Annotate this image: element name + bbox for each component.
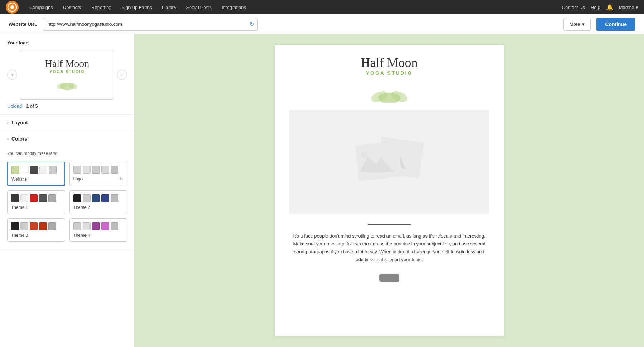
swatch-1 — [11, 194, 19, 202]
logo-section: Your logo ‹ Half Moon YOGA STUDIO — [0, 34, 134, 115]
swatch-1 — [73, 222, 81, 230]
nav-campaigns[interactable]: Campaigns — [24, 0, 58, 14]
refresh-icon[interactable]: ↻ — [249, 21, 254, 28]
swatch-2 — [20, 222, 28, 230]
nav-contacts[interactable]: Contacts — [58, 0, 86, 14]
email-preview: Half Moon YOGA STUDIO — [275, 45, 504, 336]
swatch-4 — [101, 222, 109, 230]
nav-user-name: Marsha — [619, 5, 634, 10]
theme-logo-refresh-icon[interactable]: ↻ — [119, 176, 123, 181]
url-label: Website URL — [9, 21, 37, 27]
carousel-prev-button[interactable]: ‹ — [7, 70, 17, 80]
colors-section: › Colors You can modify these later. — [0, 131, 134, 249]
url-input-wrap: ↻ — [43, 18, 258, 31]
theme-2-card[interactable]: Theme 2 — [69, 190, 127, 214]
nav-help[interactable]: Help — [591, 5, 600, 10]
layout-section: › Layout — [0, 115, 134, 131]
more-button-label: More — [570, 21, 580, 27]
swatch-1 — [73, 166, 81, 174]
logo-lotus-icon — [57, 76, 78, 91]
theme-1-label: Theme 1 — [11, 205, 61, 210]
layout-accordion-header[interactable]: › Layout — [0, 115, 134, 131]
swatch-3 — [30, 222, 38, 230]
swatch-1 — [11, 166, 19, 174]
chevron-down-icon: ▾ — [636, 5, 638, 10]
main-layout: Your logo ‹ Half Moon YOGA STUDIO — [0, 34, 644, 347]
colors-content: You can modify these later. Website — [0, 147, 134, 249]
carousel-next-button[interactable]: › — [117, 70, 127, 80]
theme-website-card[interactable]: Website — [7, 162, 65, 186]
logo-image: Half Moon YOGA STUDIO — [20, 50, 114, 99]
swatch-4 — [101, 194, 109, 202]
swatch-1 — [73, 194, 81, 202]
theme-1-swatches — [11, 194, 61, 202]
swatch-5 — [111, 222, 118, 230]
swatch-1 — [11, 222, 19, 230]
nav-social-posts[interactable]: Social Posts — [181, 0, 217, 14]
theme-4-label: Theme 4 — [73, 233, 123, 238]
app-logo[interactable] — [6, 1, 19, 14]
nav-user[interactable]: Marsha ▾ — [619, 5, 638, 10]
nav-contact-us[interactable]: Contact Us — [562, 5, 585, 10]
nav-integrations[interactable]: Integrations — [217, 0, 251, 14]
theme-2-label: Theme 2 — [73, 205, 123, 210]
swatch-5 — [111, 194, 118, 202]
theme-logo-label: Logo ↻ — [73, 176, 123, 181]
theme-website-swatches — [11, 166, 61, 174]
chevron-down-icon: ▾ — [582, 21, 585, 27]
nav-right: Contact Us Help 🔔 Marsha ▾ — [562, 4, 638, 11]
upload-link[interactable]: Upload — [7, 103, 22, 109]
continue-button[interactable]: Continue — [596, 18, 635, 31]
theme-3-label: Theme 3 — [11, 233, 61, 238]
bell-icon[interactable]: 🔔 — [606, 4, 613, 11]
logo-yoga-text: YOGA STUDIO — [49, 69, 85, 74]
url-bar: Website URL ↻ More ▾ Continue — [0, 14, 644, 34]
email-logo-yoga: YOGA STUDIO — [289, 70, 489, 76]
logo-section-title: Your logo — [7, 40, 127, 45]
swatch-4 — [101, 166, 109, 174]
theme-3-card[interactable]: Theme 3 — [7, 218, 65, 242]
email-body-text: It's a fact: people don't mind scrolling… — [275, 232, 504, 274]
swatch-3 — [92, 166, 100, 174]
nav-links: Campaigns Contacts Reporting Sign-up For… — [24, 0, 562, 14]
swatch-2 — [83, 166, 91, 174]
left-panel: Your logo ‹ Half Moon YOGA STUDIO — [0, 34, 135, 347]
more-button[interactable]: More ▾ — [564, 18, 591, 31]
email-cta — [275, 274, 504, 292]
theme-logo-card[interactable]: Logo ↻ — [69, 162, 127, 186]
swatch-5 — [48, 194, 56, 202]
nav-signup-forms[interactable]: Sign-up Forms — [116, 0, 157, 14]
theme-1-card[interactable]: Theme 1 — [7, 190, 65, 214]
logo-preview: Half Moon YOGA STUDIO — [20, 50, 114, 100]
nav-reporting[interactable]: Reporting — [86, 0, 116, 14]
email-cta-button[interactable] — [379, 274, 399, 282]
colors-subtitle: You can modify these later. — [7, 151, 127, 156]
swatch-4 — [39, 222, 47, 230]
email-image-placeholder — [289, 110, 489, 214]
logo-carousel: ‹ Half Moon YOGA STUDIO — [7, 50, 127, 100]
swatch-2 — [20, 194, 28, 202]
theme-2-swatches — [73, 194, 123, 202]
swatch-5 — [48, 222, 56, 230]
layout-expand-icon: › — [7, 120, 9, 125]
logo-actions: Upload 1 of 5 — [7, 103, 127, 109]
swatch-2 — [83, 222, 91, 230]
theme-logo-swatches — [73, 166, 123, 174]
email-lotus-icon — [289, 79, 489, 103]
theme-4-card[interactable]: Theme 4 — [69, 218, 127, 242]
nav-library[interactable]: Library — [157, 0, 181, 14]
right-preview: Half Moon YOGA STUDIO — [135, 34, 644, 347]
theme-website-label: Website — [11, 177, 61, 182]
colors-accordion-header[interactable]: › Colors — [0, 131, 134, 147]
color-themes-grid: Website Logo — [7, 162, 127, 242]
swatch-3 — [92, 194, 100, 202]
top-nav: Campaigns Contacts Reporting Sign-up For… — [0, 0, 644, 14]
swatch-2 — [83, 194, 91, 202]
swatch-4 — [39, 194, 47, 202]
image-placeholder-icon — [353, 132, 425, 191]
colors-expand-icon: › — [7, 136, 9, 141]
email-logo-half-moon: Half Moon — [289, 56, 489, 70]
swatch-3 — [30, 194, 38, 202]
swatch-3 — [30, 166, 38, 174]
url-input[interactable] — [43, 18, 258, 31]
